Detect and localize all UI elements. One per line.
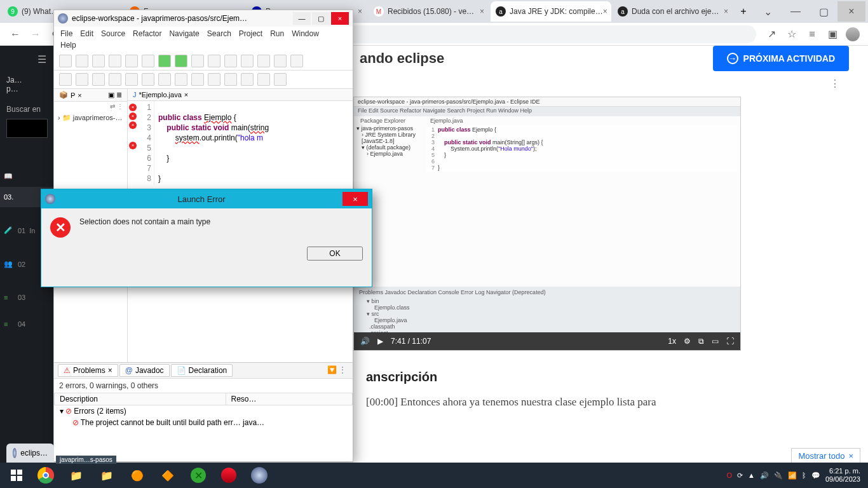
tab-close-icon[interactable]: × (358, 7, 362, 16)
toolbar-button[interactable] (142, 73, 154, 86)
problems-tab[interactable]: ⚠Problems × (58, 364, 118, 377)
forward-button[interactable]: → (25, 24, 46, 44)
toolbar-button[interactable] (257, 73, 270, 86)
tray-volume-icon[interactable]: 🔊 (760, 471, 769, 480)
tray-bluetooth-icon[interactable]: ᛒ (802, 471, 806, 479)
menu-refactor[interactable]: Refactor (133, 29, 161, 38)
more-icon[interactable]: ⋮ (830, 78, 843, 97)
minimize-icon[interactable]: — (293, 12, 311, 25)
filter-icon[interactable]: 🔽 ⋮ (325, 364, 349, 377)
close-icon[interactable]: × (78, 92, 81, 99)
browser-tab-peek[interactable]: eclips… (6, 444, 54, 463)
share-icon[interactable]: ↗ (761, 24, 782, 44)
taskbar-clock[interactable]: 6:21 p. m. 09/06/2023 (825, 467, 860, 484)
tab-close-icon[interactable]: × (480, 7, 484, 16)
ok-button[interactable]: OK (307, 247, 363, 261)
toolbar-button[interactable] (92, 73, 105, 86)
star-icon[interactable]: ☆ (782, 24, 802, 44)
toolbar-button[interactable] (191, 55, 204, 67)
toolbar-button[interactable] (109, 55, 121, 67)
declaration-tab[interactable]: 📄Declaration (171, 364, 233, 377)
javadoc-tab[interactable]: @Javadoc (119, 364, 170, 377)
toolbar-button[interactable] (92, 55, 105, 67)
close-icon[interactable]: × (184, 91, 188, 98)
menu-edit[interactable]: Edit (80, 29, 93, 38)
settings-icon[interactable]: ⚙ (684, 337, 691, 346)
toolbar-button[interactable] (158, 73, 171, 86)
play-icon[interactable]: ▶ (377, 337, 383, 346)
toolbar-button[interactable] (76, 55, 88, 67)
close-icon[interactable]: × (108, 366, 112, 375)
toolbar-button[interactable] (175, 73, 187, 86)
next-activity-button[interactable]: →PRÓXIMA ACTIVIDAD (713, 46, 849, 71)
taskbar-app-explorer[interactable]: 📁 (61, 463, 92, 488)
browser-tab-6[interactable]: aDuda con el archivo eje…× (613, 1, 733, 22)
toolbar-button[interactable] (142, 55, 154, 67)
browser-tab-4[interactable]: MRecibidos (15.080) - ve…× (369, 1, 489, 22)
toolbar-button[interactable] (125, 73, 138, 86)
taskbar-app-x[interactable]: ✕ (183, 463, 214, 488)
toolbar-button[interactable] (125, 55, 138, 67)
menu-run[interactable]: Run (270, 29, 284, 38)
toolbar-button[interactable] (59, 73, 72, 86)
sidebar-item[interactable]: ≡03 (0, 287, 54, 308)
menu-project[interactable]: Project (239, 29, 262, 38)
tray-notif-icon[interactable]: 💬 (811, 471, 820, 480)
fullscreen-icon[interactable]: ⛶ (726, 337, 734, 346)
toolbar-button[interactable] (76, 73, 88, 86)
close-icon[interactable]: × (837, 1, 865, 22)
menu-file[interactable]: File (60, 29, 72, 38)
menu-icon[interactable]: ☰ (0, 46, 54, 73)
menu-search[interactable]: Search (207, 29, 231, 38)
sidebar-item[interactable]: 📖 (0, 166, 54, 187)
toolbar-button[interactable] (274, 55, 287, 67)
tab-close-icon[interactable]: × (724, 7, 728, 16)
error-group[interactable]: ▾ ⊘ Errors (2 items) (55, 405, 353, 417)
avatar[interactable] (843, 24, 863, 44)
editor-tab[interactable]: *Ejemplo.java (139, 91, 182, 98)
back-button[interactable]: ← (5, 24, 25, 44)
error-row[interactable]: ⊘ The project cannot be built until buil… (55, 417, 353, 428)
maximize-icon[interactable]: ▢ (312, 12, 330, 25)
theater-icon[interactable]: ▭ (712, 337, 719, 346)
taskbar-app-eclipse[interactable] (244, 463, 275, 488)
toolbar-button[interactable] (59, 55, 72, 67)
search-input[interactable] (6, 119, 48, 138)
toolbar-button[interactable] (175, 55, 187, 67)
taskbar-app-chrome[interactable] (31, 463, 61, 488)
tray-battery-icon[interactable]: 🔌 (774, 471, 783, 480)
taskbar-app-vlc[interactable]: 🔶 (153, 463, 183, 488)
close-icon[interactable]: × (331, 12, 349, 25)
toolbar-button[interactable] (158, 55, 171, 67)
maximize-icon[interactable]: ▢ (810, 1, 837, 22)
toolbar-button[interactable] (224, 55, 237, 67)
dialog-titlebar[interactable]: Launch Error × (41, 189, 372, 208)
pip-icon[interactable]: ⧉ (698, 337, 704, 346)
tray-up-icon[interactable]: ▲ (748, 471, 755, 479)
sidebar-item[interactable]: ≡04 (0, 314, 54, 334)
tray-sync-icon[interactable]: ⟳ (737, 471, 743, 480)
toolbar-button[interactable] (241, 55, 254, 67)
col-resource[interactable]: Reso… (226, 393, 353, 405)
close-icon[interactable]: × (342, 192, 368, 206)
new-tab-button[interactable]: + (735, 3, 752, 20)
video-speed[interactable]: 1x (668, 337, 676, 346)
reader-icon[interactable]: ≡ (802, 24, 822, 44)
menu-help[interactable]: Help (60, 41, 76, 50)
tray-wifi-icon[interactable]: 📶 (788, 471, 797, 480)
toolbar-button[interactable] (208, 55, 220, 67)
toolbar-button[interactable] (290, 55, 303, 67)
taskbar-app-explorer2[interactable]: 📁 (92, 463, 122, 488)
toolbar-button[interactable] (208, 73, 220, 86)
eclipse-titlebar[interactable]: eclipse-workspace - javaprimeros-pasos/s… (54, 10, 353, 27)
start-button[interactable] (3, 463, 31, 488)
toolbar-button[interactable] (224, 73, 237, 86)
taskbar-app-media[interactable]: 🟠 (122, 463, 153, 488)
menu-navigate[interactable]: Navigate (169, 29, 199, 38)
toolbar-button[interactable] (241, 73, 254, 86)
toolbar-button[interactable] (274, 73, 287, 86)
volume-icon[interactable]: 🔊 (360, 337, 370, 346)
video-player[interactable]: eclipse-workspace - java-primeros-pasos/… (353, 97, 741, 351)
tray-opera-icon[interactable]: O (726, 471, 732, 479)
close-icon[interactable]: × (848, 451, 853, 461)
